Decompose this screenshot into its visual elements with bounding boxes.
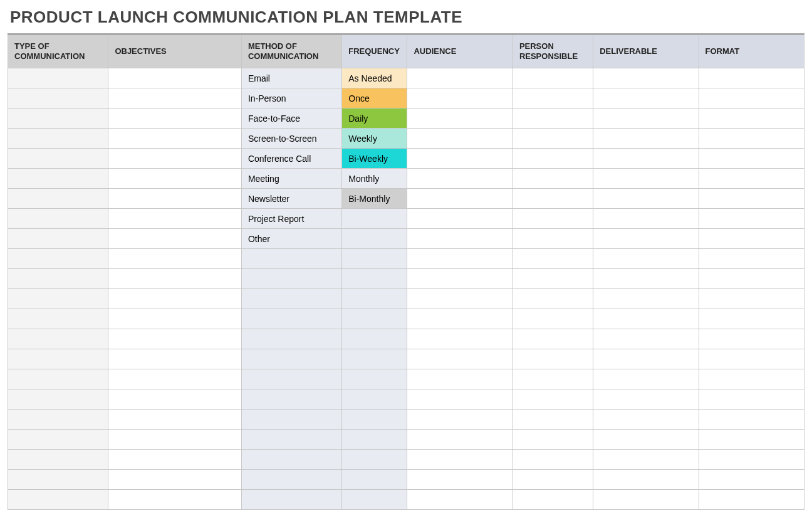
cell-person[interactable]	[513, 349, 593, 369]
cell-type[interactable]	[8, 269, 108, 289]
cell-frequency[interactable]	[342, 410, 407, 430]
cell-objectives[interactable]	[108, 490, 242, 510]
cell-method[interactable]	[241, 249, 341, 269]
cell-person[interactable]	[513, 68, 593, 88]
cell-deliverable[interactable]	[593, 470, 699, 490]
cell-deliverable[interactable]	[593, 68, 699, 88]
cell-deliverable[interactable]	[593, 129, 699, 149]
cell-person[interactable]	[513, 129, 593, 149]
cell-audience[interactable]	[407, 329, 513, 349]
cell-objectives[interactable]	[108, 149, 242, 169]
cell-objectives[interactable]	[108, 410, 242, 430]
cell-audience[interactable]	[407, 149, 513, 169]
cell-deliverable[interactable]	[593, 229, 699, 249]
cell-frequency[interactable]	[342, 329, 407, 349]
cell-type[interactable]	[8, 229, 108, 249]
cell-method[interactable]: Face-to-Face	[241, 108, 341, 129]
cell-deliverable[interactable]	[593, 309, 699, 329]
cell-audience[interactable]	[407, 389, 513, 410]
cell-method[interactable]	[241, 430, 341, 450]
cell-person[interactable]	[513, 410, 593, 430]
cell-format[interactable]	[699, 269, 804, 289]
cell-type[interactable]	[8, 209, 108, 229]
cell-frequency[interactable]	[342, 249, 407, 269]
cell-objectives[interactable]	[108, 229, 242, 249]
cell-person[interactable]	[513, 490, 593, 510]
cell-frequency[interactable]	[342, 470, 407, 490]
cell-type[interactable]	[8, 470, 108, 490]
cell-objectives[interactable]	[108, 309, 242, 329]
cell-person[interactable]	[513, 169, 593, 189]
cell-person[interactable]	[513, 229, 593, 249]
cell-person[interactable]	[513, 389, 593, 410]
cell-frequency[interactable]	[342, 269, 407, 289]
cell-format[interactable]	[699, 209, 804, 229]
cell-method[interactable]: Screen-to-Screen	[241, 129, 341, 149]
cell-method[interactable]	[241, 410, 341, 430]
cell-format[interactable]	[699, 169, 804, 189]
cell-format[interactable]	[699, 68, 804, 88]
cell-method[interactable]	[241, 389, 341, 410]
cell-format[interactable]	[699, 470, 804, 490]
cell-format[interactable]	[699, 189, 804, 209]
cell-format[interactable]	[699, 369, 804, 389]
cell-format[interactable]	[699, 129, 804, 149]
cell-type[interactable]	[8, 68, 108, 88]
cell-method[interactable]	[241, 349, 341, 369]
cell-format[interactable]	[699, 349, 804, 369]
cell-person[interactable]	[513, 108, 593, 129]
cell-type[interactable]	[8, 88, 108, 108]
cell-method[interactable]: Email	[241, 68, 341, 88]
cell-frequency[interactable]	[342, 349, 407, 369]
cell-objectives[interactable]	[108, 88, 242, 108]
cell-audience[interactable]	[407, 68, 513, 88]
cell-objectives[interactable]	[108, 349, 242, 369]
cell-objectives[interactable]	[108, 289, 242, 309]
cell-audience[interactable]	[407, 108, 513, 129]
cell-person[interactable]	[513, 369, 593, 389]
cell-objectives[interactable]	[108, 389, 242, 410]
cell-format[interactable]	[699, 88, 804, 108]
cell-frequency[interactable]: Weekly	[342, 129, 407, 149]
cell-method[interactable]: Meeting	[241, 169, 341, 189]
cell-method[interactable]	[241, 470, 341, 490]
cell-frequency[interactable]	[342, 289, 407, 309]
cell-type[interactable]	[8, 309, 108, 329]
cell-audience[interactable]	[407, 229, 513, 249]
cell-deliverable[interactable]	[593, 169, 699, 189]
cell-audience[interactable]	[407, 369, 513, 389]
cell-frequency[interactable]	[342, 209, 407, 229]
cell-person[interactable]	[513, 269, 593, 289]
cell-objectives[interactable]	[108, 470, 242, 490]
cell-format[interactable]	[699, 289, 804, 309]
cell-type[interactable]	[8, 129, 108, 149]
cell-objectives[interactable]	[108, 269, 242, 289]
cell-person[interactable]	[513, 450, 593, 470]
cell-frequency[interactable]: As Needed	[342, 68, 407, 88]
cell-audience[interactable]	[407, 490, 513, 510]
cell-deliverable[interactable]	[593, 249, 699, 269]
cell-person[interactable]	[513, 430, 593, 450]
cell-frequency[interactable]	[342, 490, 407, 510]
cell-frequency[interactable]: Bi-Monthly	[342, 189, 407, 209]
cell-person[interactable]	[513, 289, 593, 309]
cell-deliverable[interactable]	[593, 88, 699, 108]
cell-deliverable[interactable]	[593, 189, 699, 209]
cell-deliverable[interactable]	[593, 289, 699, 309]
cell-audience[interactable]	[407, 169, 513, 189]
cell-frequency[interactable]: Bi-Weekly	[342, 149, 407, 169]
cell-frequency[interactable]	[342, 309, 407, 329]
cell-format[interactable]	[699, 309, 804, 329]
cell-format[interactable]	[699, 490, 804, 510]
cell-audience[interactable]	[407, 269, 513, 289]
cell-format[interactable]	[699, 108, 804, 129]
cell-method[interactable]	[241, 369, 341, 389]
cell-frequency[interactable]: Daily	[342, 108, 407, 129]
cell-audience[interactable]	[407, 349, 513, 369]
cell-objectives[interactable]	[108, 249, 242, 269]
cell-type[interactable]	[8, 149, 108, 169]
cell-person[interactable]	[513, 309, 593, 329]
cell-audience[interactable]	[407, 450, 513, 470]
cell-objectives[interactable]	[108, 169, 242, 189]
cell-type[interactable]	[8, 369, 108, 389]
